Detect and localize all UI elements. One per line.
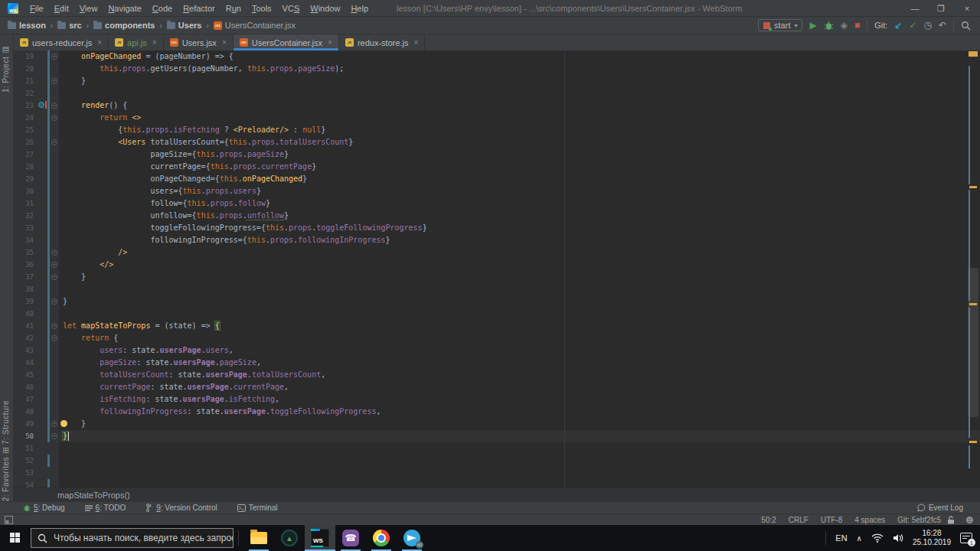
line-number[interactable]: 24 (14, 112, 37, 124)
breadcrumb-file[interactable]: JSXUsersContainer.jsx (214, 21, 296, 30)
line-number[interactable]: 39 (14, 295, 37, 308)
code-line-41[interactable]: 41−let mapStateToProps = (state) => { (14, 320, 980, 332)
code-line-50[interactable]: 50−} (14, 430, 980, 442)
menu-help[interactable]: Help (345, 4, 374, 13)
code-text[interactable]: unfollow={this.props.unfollow} (59, 210, 980, 222)
line-number[interactable]: 42 (14, 332, 37, 344)
code-line-53[interactable]: 53 (14, 467, 980, 479)
line-number[interactable]: 41 (14, 320, 37, 332)
warning-mark[interactable] (969, 303, 977, 305)
status-caret-position[interactable]: 50:2 (761, 516, 776, 524)
line-number[interactable]: 23 (14, 99, 37, 112)
debug-button[interactable] (824, 21, 834, 31)
code-text[interactable] (59, 308, 980, 320)
fold-marker-icon[interactable]: − (51, 54, 57, 60)
line-number[interactable]: 38 (14, 283, 37, 295)
code-editor[interactable]: 19− onPageChanged = (pageNumber) => {20 … (14, 51, 980, 487)
code-line-26[interactable]: 26− <Users totalUsersCount={this.props.t… (14, 136, 980, 148)
editor-tab-redux-store-js[interactable]: JSredux-store.js× (339, 34, 425, 51)
line-number[interactable]: 19 (14, 51, 37, 63)
rollback-button[interactable]: ↶ (939, 20, 946, 31)
code-line-31[interactable]: 31 follow={this.props.follow} (14, 197, 980, 210)
fold-marker-icon[interactable]: − (51, 274, 57, 280)
menu-tools[interactable]: Tools (247, 4, 277, 13)
tool-window-button--version-control[interactable]: 9: Version Control (145, 504, 217, 512)
status-encoding[interactable]: UTF-8 (821, 516, 842, 524)
line-number[interactable]: 28 (14, 161, 37, 173)
code-text[interactable]: followingInProgress={this.props.followin… (59, 234, 980, 246)
line-number[interactable]: 25 (14, 124, 37, 136)
menu-code[interactable]: Code (147, 4, 178, 13)
code-line-39[interactable]: 39−} (14, 295, 980, 308)
code-text[interactable]: } (59, 418, 980, 430)
taskbar-app-explorer[interactable] (243, 525, 274, 551)
code-text[interactable]: } (59, 75, 980, 87)
inspection-status-icon[interactable] (969, 51, 978, 57)
line-number[interactable]: 33 (14, 222, 37, 234)
fold-marker-icon[interactable]: − (51, 78, 57, 84)
sidebar-item-favorites[interactable]: ★ 2: Favorites (2, 457, 10, 501)
volume-icon[interactable] (893, 533, 903, 543)
code-text[interactable]: pageSize={this.props.pageSize} (59, 148, 980, 161)
wifi-icon[interactable] (871, 533, 884, 543)
line-number[interactable]: 48 (14, 406, 37, 418)
code-text[interactable]: /> (59, 246, 980, 259)
code-line-37[interactable]: 37− } (14, 271, 980, 283)
line-number[interactable]: 30 (14, 185, 37, 197)
menu-file[interactable]: File (24, 4, 49, 13)
fold-marker-icon[interactable]: − (51, 298, 57, 305)
code-line-42[interactable]: 42− return { (14, 332, 980, 344)
code-line-27[interactable]: 27 pageSize={this.props.pageSize} (14, 148, 980, 161)
status-line-separator[interactable]: CRLF (789, 516, 808, 524)
code-text[interactable]: } (59, 295, 980, 308)
code-text[interactable]: currentPage={this.props.currentPage} (59, 161, 980, 173)
scrollbar-error-stripe[interactable] (963, 51, 980, 487)
line-number[interactable]: 31 (14, 197, 37, 210)
code-line-22[interactable]: 22 (14, 87, 980, 99)
warning-mark[interactable] (969, 186, 977, 188)
line-number[interactable]: 53 (14, 467, 37, 479)
breadcrumb-src[interactable]: src (57, 21, 82, 30)
code-line-45[interactable]: 45 totalUsersCount: state.usersPage.tota… (14, 369, 980, 381)
code-text[interactable]: onPageChanged={this.onPageChanged} (59, 173, 980, 185)
menu-vcs[interactable]: VCS (277, 4, 305, 13)
fold-marker-icon[interactable]: − (51, 103, 57, 109)
close-button[interactable]: × (954, 0, 980, 17)
code-line-49[interactable]: 49− } (14, 418, 980, 430)
event-log-button[interactable]: Event Log (917, 504, 963, 512)
code-text[interactable] (59, 87, 980, 99)
code-line-38[interactable]: 38 (14, 283, 980, 295)
code-text[interactable]: render() { (59, 99, 980, 112)
tab-close-icon[interactable]: × (328, 38, 332, 47)
tool-window-toggle-icon[interactable] (5, 516, 13, 524)
line-number[interactable]: 50 (14, 430, 37, 442)
code-text[interactable]: users: state.usersPage.users, (59, 344, 980, 357)
stop-button[interactable]: ■ (854, 20, 860, 31)
line-number[interactable]: 45 (14, 369, 37, 381)
code-line-30[interactable]: 30 users={this.props.users} (14, 185, 980, 197)
fold-marker-icon[interactable]: − (51, 262, 57, 268)
line-number[interactable]: 34 (14, 234, 37, 246)
code-text[interactable]: users={this.props.users} (59, 185, 980, 197)
line-number[interactable]: 35 (14, 246, 37, 259)
code-line-28[interactable]: 28 currentPage={this.props.currentPage} (14, 161, 980, 173)
line-number[interactable]: 20 (14, 63, 37, 75)
breadcrumb-components[interactable]: components (93, 21, 155, 30)
editor-tab-Users-jsx[interactable]: JSXUsers.jsx× (164, 34, 234, 51)
search-everywhere-button[interactable] (961, 21, 971, 31)
override-method-icon[interactable] (38, 102, 44, 108)
code-text[interactable]: totalUsersCount: state.usersPage.totalUs… (59, 369, 980, 381)
code-text[interactable]: <Users totalUsersCount={this.props.total… (59, 136, 980, 148)
code-text[interactable]: followingInProgress: state.usersPage.tog… (59, 406, 980, 418)
line-number[interactable]: 22 (14, 87, 37, 99)
status-git-branch[interactable]: Git: 5ebf2fc5 (897, 516, 941, 524)
warning-mark[interactable] (969, 441, 977, 443)
fold-marker-icon[interactable]: − (51, 139, 57, 145)
line-number[interactable]: 27 (14, 148, 37, 161)
code-line-54[interactable]: 54 (14, 479, 980, 487)
line-number[interactable]: 29 (14, 173, 37, 185)
code-text[interactable]: pageSize: state.usersPage.pageSize, (59, 357, 980, 369)
menu-navigate[interactable]: Navigate (103, 4, 146, 13)
line-number[interactable]: 51 (14, 442, 37, 455)
fold-marker-icon[interactable]: − (51, 433, 57, 439)
